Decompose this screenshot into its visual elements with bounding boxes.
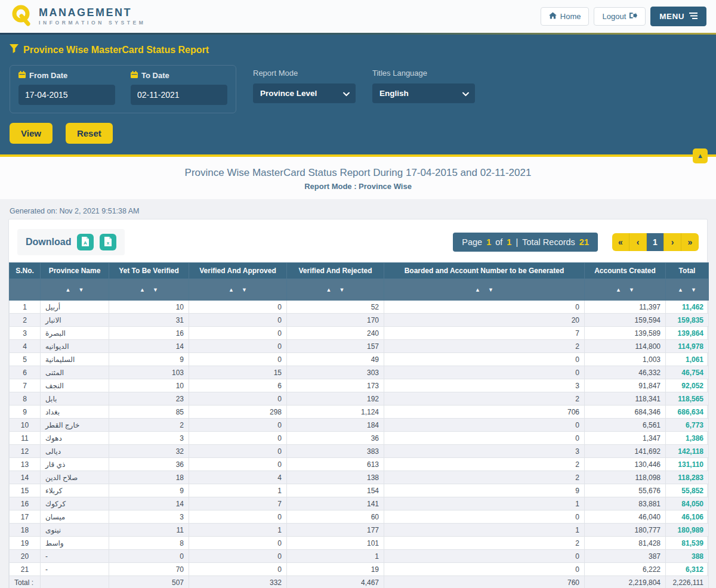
cell-value: 6,222: [585, 563, 666, 576]
page-total: 1: [507, 237, 511, 247]
sort-asc-icon[interactable]: ▲: [678, 287, 683, 293]
col-boarded: Boarded and Account Number to be Generat…: [384, 263, 585, 279]
sort-asc-icon[interactable]: ▲: [140, 287, 145, 293]
cell-value: 1: [384, 497, 585, 510]
records-label: Total Records: [522, 237, 575, 247]
cell-value: 36: [109, 458, 189, 471]
cell-sno: 4: [10, 340, 41, 353]
cell-value: 2: [384, 458, 585, 471]
sort-desc-icon[interactable]: ▼: [153, 287, 158, 293]
calendar-icon: [131, 71, 138, 80]
cell-province: الديوانيه: [41, 340, 109, 353]
sort-asc-icon[interactable]: ▲: [475, 287, 480, 293]
sort-cell: ▲▼: [666, 279, 709, 301]
cell-total: 1,386: [666, 432, 709, 445]
report-mode-value: Province Level: [260, 89, 317, 98]
table-row: 10خارج القطر2018406,5616,773: [10, 419, 709, 432]
logout-button[interactable]: Logout: [594, 7, 646, 26]
filter-title-row: Province Wise MasterCard Status Report: [10, 44, 706, 55]
cell-value: 184: [287, 419, 384, 432]
view-button[interactable]: View: [10, 123, 53, 144]
from-date-input[interactable]: [18, 85, 115, 105]
cell-value: 91,847: [585, 379, 666, 392]
table-row: 12ديالى3203833141,692142,118: [10, 445, 709, 458]
cell-total: 139,864: [666, 327, 709, 340]
cell-total: 180,989: [666, 524, 709, 537]
cell-sno: 17: [10, 510, 41, 524]
cell-value: 3: [384, 379, 585, 392]
sort-asc-icon[interactable]: ▲: [229, 287, 234, 293]
sort-asc-icon[interactable]: ▲: [66, 287, 71, 293]
report-mode-select[interactable]: Province Level: [253, 83, 356, 103]
cell-province: النجف: [41, 379, 109, 392]
sort-desc-icon[interactable]: ▼: [691, 287, 696, 293]
cell-value: 9: [384, 484, 585, 497]
download-excel-button[interactable]: x: [100, 234, 116, 250]
sort-cell: ▲▼: [109, 279, 189, 301]
cell-value: 7: [189, 497, 287, 510]
cell-value: 0: [189, 510, 287, 524]
prev-page-button[interactable]: ‹: [629, 233, 647, 251]
to-date-input[interactable]: [131, 85, 227, 105]
sort-desc-icon[interactable]: ▼: [79, 287, 84, 293]
table-row: 15كربلاء91154955,67655,852: [10, 484, 709, 497]
cell-province: -: [41, 563, 109, 576]
cell-value: 81,428: [585, 537, 666, 550]
cell-value: 139,589: [585, 327, 666, 340]
sort-desc-icon[interactable]: ▼: [488, 287, 493, 293]
cell-sno: 16: [10, 497, 41, 510]
cell-value: 1: [189, 484, 287, 497]
sort-desc-icon[interactable]: ▼: [340, 287, 345, 293]
cell-value: 2: [384, 392, 585, 406]
download-group: Download A x: [17, 229, 125, 255]
cell-value: 706: [384, 406, 585, 419]
cell-province: دهوك: [41, 432, 109, 445]
table-row: 7النجف106173391,84792,052: [10, 379, 709, 392]
current-page-button[interactable]: 1: [647, 233, 664, 251]
sort-desc-icon[interactable]: ▼: [629, 287, 634, 293]
to-date-label-row: To Date: [131, 71, 227, 80]
cell-value: 7: [384, 327, 585, 340]
titles-language-select[interactable]: English: [372, 83, 475, 103]
cell-sno: 13: [10, 458, 41, 471]
last-page-button[interactable]: »: [681, 233, 699, 251]
sort-asc-icon[interactable]: ▲: [326, 287, 332, 293]
cell-province: صلاح الدين: [41, 471, 109, 484]
cell-value: 0: [189, 301, 287, 314]
cell-value: 49: [287, 353, 384, 366]
svg-text:A: A: [84, 240, 88, 245]
sort-cell: ▲▼: [585, 279, 666, 301]
reset-button[interactable]: Reset: [66, 123, 113, 144]
cell-total: 118,283: [666, 471, 709, 484]
report-table: S.No. Province Name Yet To Be Verified V…: [9, 262, 709, 588]
hamburger-icon: [689, 12, 698, 21]
menu-button[interactable]: MENU: [650, 7, 706, 26]
home-button[interactable]: Home: [541, 7, 590, 26]
sort-cell: ▲▼: [287, 279, 384, 301]
cell-total: 686,634: [666, 406, 709, 419]
table-body: 1أربيل10052011,39711,4622الانبار31017020…: [10, 301, 709, 588]
cell-province: الانبار: [41, 314, 109, 327]
col-total: Total: [666, 263, 709, 279]
cell-value: 0: [189, 445, 287, 458]
cell-value: 3: [384, 445, 585, 458]
report-heading: Province Wise MasterCard Status Report D…: [0, 157, 716, 199]
collapse-panel-button[interactable]: ▲: [693, 148, 708, 163]
first-page-button[interactable]: «: [612, 233, 629, 251]
cell-total: 84,050: [666, 497, 709, 510]
download-pdf-button[interactable]: A: [77, 234, 94, 250]
cell-value: 387: [585, 550, 666, 563]
col-verified-rejected: Verified And Rejected: [287, 263, 384, 279]
sort-asc-icon[interactable]: ▲: [616, 287, 621, 293]
sort-desc-icon[interactable]: ▼: [242, 287, 247, 293]
file-excel-icon: x: [104, 237, 112, 248]
cell-sno: 8: [10, 392, 41, 406]
cell-province: كركوك: [41, 497, 109, 510]
cell-value: 46,332: [585, 366, 666, 379]
cell-value: 101: [287, 537, 384, 550]
cell-total: 11,462: [666, 301, 709, 314]
app-header: MANAGEMENT INFORMATION SYSTEM Home Logou…: [0, 0, 716, 33]
next-page-button[interactable]: ›: [664, 233, 681, 251]
total-label-cell: Total :: [10, 576, 41, 588]
cell-province: ذي قار: [41, 458, 109, 471]
